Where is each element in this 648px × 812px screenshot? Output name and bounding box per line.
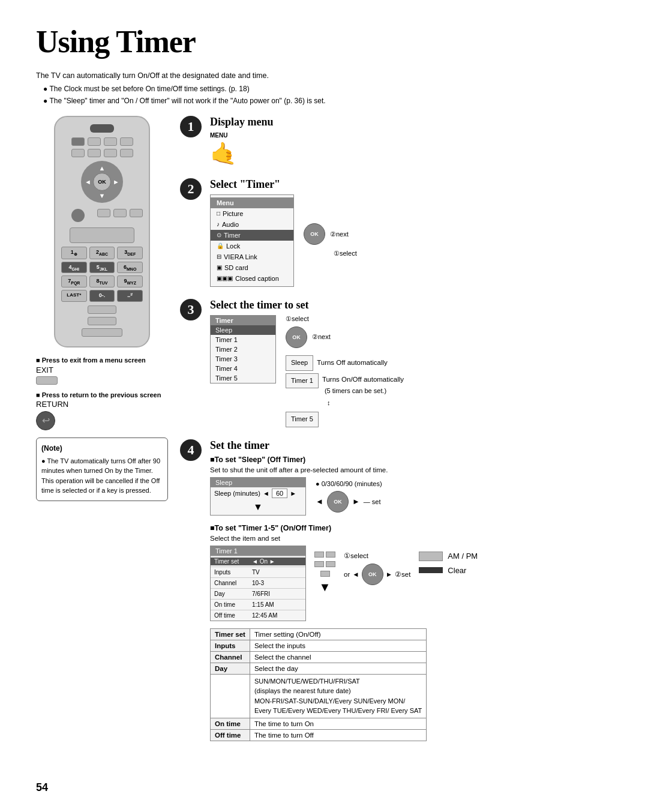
ok-nav-timer15: OK bbox=[362, 564, 383, 585]
desc-channel-value: Select the channel bbox=[250, 651, 426, 663]
timer15-set: ②set bbox=[395, 570, 410, 579]
clear-box bbox=[419, 567, 443, 573]
timer1-table: Timer 1 Timer set ◄ On ► Inputs TV Chann… bbox=[210, 546, 306, 621]
step2-select: ①select bbox=[334, 250, 357, 257]
desc-day-value: Select the day bbox=[250, 663, 426, 674]
desc-day-detail: SUN/MON/TUE/WED/THU/FRI/SAT (displays th… bbox=[211, 674, 427, 718]
sleep-minutes-note: ● 0/30/60/90 (minutes) bbox=[316, 480, 382, 487]
step2-content: Select "Timer" Menu □ Picture ♪ Audio ⊙ … bbox=[210, 178, 612, 287]
desc-inputs-value: Select the inputs bbox=[250, 640, 426, 651]
step3-content: Select the timer to set Timer Sleep Time… bbox=[210, 299, 612, 427]
note-title: (Note) bbox=[41, 443, 163, 454]
timer1-desc: Turns On/Off automatically bbox=[322, 373, 404, 386]
sleep-nav: ● 0/30/60/90 (minutes) ◄ OK ► — set bbox=[316, 480, 382, 513]
menu-item-audio: ♪ Audio bbox=[211, 219, 293, 230]
sleep-controls: Sleep Sleep (minutes) ◄ 60 ► ▼ ● 0/30/6 bbox=[210, 477, 612, 516]
sleep-desc: Turns Off automatically bbox=[317, 356, 388, 369]
menu-item-viera: ⊟ VIERA Link bbox=[211, 251, 293, 262]
timer15-desc: Select the item and set bbox=[210, 535, 612, 542]
step4: 4 Set the timer ■To set "Sleep" (Off Tim… bbox=[180, 439, 612, 741]
step3-circle: 3 bbox=[180, 299, 202, 320]
desc-day-detail-blank bbox=[211, 674, 250, 718]
menu-item-lock: 🔒 Lock bbox=[211, 241, 293, 251]
timer-5: Timer 5 bbox=[211, 373, 275, 383]
timer15-section: ■To set "Timer 1-5" (On/Off Timer) Selec… bbox=[210, 524, 612, 741]
timer15-select: ①select bbox=[344, 552, 368, 560]
note-content: ● The TV automatically turns Off after 9… bbox=[41, 456, 163, 496]
button-single bbox=[320, 571, 330, 577]
timer15-controls: ▼ bbox=[314, 552, 335, 594]
button-group-top bbox=[314, 552, 335, 558]
menu-item-timer: ⊙ Timer bbox=[211, 230, 293, 241]
desc-ontime-value: The time to turn On bbox=[250, 718, 426, 729]
desc-ontime-label: On time bbox=[211, 718, 250, 729]
exit-button[interactable] bbox=[36, 376, 58, 385]
sleep-box: Sleep Sleep (minutes) ◄ 60 ► ▼ bbox=[210, 477, 306, 516]
press-exit-section: ■ Press to exit from a menu screen EXIT bbox=[36, 356, 168, 384]
step3-descriptions: Sleep Turns Off automatically Timer 1 Tu… bbox=[286, 355, 404, 427]
step4-title: Set the timer bbox=[210, 439, 612, 452]
desc-inputs: Inputs Select the inputs bbox=[211, 640, 427, 651]
step2-circle: 2 bbox=[180, 178, 202, 200]
step2-nav: OK ②next ①select bbox=[304, 223, 357, 257]
step3-next: ②next bbox=[312, 333, 331, 341]
sleep-desc-text: Set to shut the unit off after a pre-sel… bbox=[210, 466, 612, 474]
step3: 3 Select the timer to set Timer Sleep Ti… bbox=[180, 299, 612, 427]
menu-item-caption: ▣▣▣ Closed caption bbox=[211, 273, 293, 284]
desc-offtime-value: The time to turn Off bbox=[250, 729, 426, 741]
press-return-text: ■ Press to return to the previous screen bbox=[36, 391, 168, 400]
desc-offtime: Off time The time to turn Off bbox=[211, 729, 427, 741]
button-group-mid bbox=[314, 561, 335, 567]
bullet1: ● The Clock must be set before On time/O… bbox=[43, 83, 612, 94]
desc-inputs-label: Inputs bbox=[211, 640, 250, 651]
left-panel: ▲ ▼ ◄ ► OK 1⊕ 2ABC 3DEF 4GHI bbox=[36, 116, 168, 753]
sleep-subtitle: ■To set "Sleep" (Off Timer) bbox=[210, 456, 612, 464]
timer15-nav: ①select or ◄ OK ► ②set bbox=[344, 552, 410, 585]
timer-1: Timer 1 bbox=[211, 335, 275, 344]
desc-ontime: On time The time to turn On bbox=[211, 718, 427, 729]
page-title: Using Timer bbox=[36, 24, 612, 59]
clear-label: Clear bbox=[448, 566, 466, 575]
timer1-label: Timer 1 bbox=[286, 373, 319, 389]
timer1-table-title: Timer 1 bbox=[211, 546, 305, 556]
am-pm-label: AM / PM bbox=[448, 552, 478, 561]
sleep-minutes-row: Sleep (minutes) ◄ 60 ► bbox=[211, 487, 305, 499]
channel-row: Channel 10-3 bbox=[211, 577, 305, 588]
ontime-row: On time 1:15 AM bbox=[211, 599, 305, 610]
return-button[interactable]: ↩ bbox=[36, 411, 55, 430]
intro-text: The TV can automatically turn On/Off at … bbox=[36, 70, 612, 82]
page-number: 54 bbox=[36, 781, 48, 794]
timer-sleep: Sleep bbox=[211, 325, 275, 335]
timer-3: Timer 3 bbox=[211, 354, 275, 364]
ok-nav-3: OK bbox=[286, 326, 307, 348]
desc-day-label: Day bbox=[211, 663, 250, 674]
exit-label: EXIT bbox=[36, 365, 53, 374]
step2: 2 Select "Timer" Menu □ Picture ♪ Audio … bbox=[180, 178, 612, 287]
ok-nav-sleep: OK bbox=[327, 491, 349, 513]
step3-select: ①select bbox=[286, 315, 309, 323]
press-return-section: ■ Press to return to the previous screen… bbox=[36, 391, 168, 430]
step3-timer-menu: Timer Sleep Timer 1 Timer 2 Timer 3 Time… bbox=[210, 315, 276, 383]
ok-button[interactable]: OK bbox=[93, 173, 111, 191]
menu-item-picture: □ Picture bbox=[211, 208, 293, 219]
timer-4: Timer 4 bbox=[211, 364, 275, 373]
sleep-section: ■To set "Sleep" (Off Timer) Set to shut … bbox=[210, 456, 612, 516]
numpad: 1⊕ 2ABC 3DEF 4GHI 5JKL 6MNO 7PQR 8TUV 9W… bbox=[61, 247, 143, 302]
dpad[interactable]: ▲ ▼ ◄ ► OK bbox=[81, 161, 123, 203]
step1-circle: 1 bbox=[180, 116, 202, 137]
desc-timer-set: Timer set Timer setting (On/Off) bbox=[211, 628, 427, 640]
desc-channel-label: Channel bbox=[211, 651, 250, 663]
sleep-set-label: — set bbox=[364, 498, 381, 505]
timer15-subtitle: ■To set "Timer 1-5" (On/Off Timer) bbox=[210, 524, 612, 532]
desc-timer-set-value: Timer setting (On/Off) bbox=[250, 628, 426, 640]
steps-area: 1 Display menu MENU 🤙 2 Select "Timer" M… bbox=[180, 116, 612, 753]
step2-menu: Menu □ Picture ♪ Audio ⊙ Timer 🔒 Lock ⊟ … bbox=[210, 194, 294, 287]
step1-title: Display menu bbox=[210, 116, 612, 128]
offtime-row: Off time 12:45 AM bbox=[211, 610, 305, 621]
timer-menu-title: Timer bbox=[211, 316, 275, 325]
step2-menu-title: Menu bbox=[211, 197, 293, 208]
am-pm-box bbox=[419, 552, 443, 561]
bullet2: ● The "Sleep" timer and "On / Off timer"… bbox=[43, 95, 612, 106]
desc-table: Timer set Timer setting (On/Off) Inputs … bbox=[210, 628, 427, 741]
desc-offtime-label: Off time bbox=[211, 729, 250, 741]
